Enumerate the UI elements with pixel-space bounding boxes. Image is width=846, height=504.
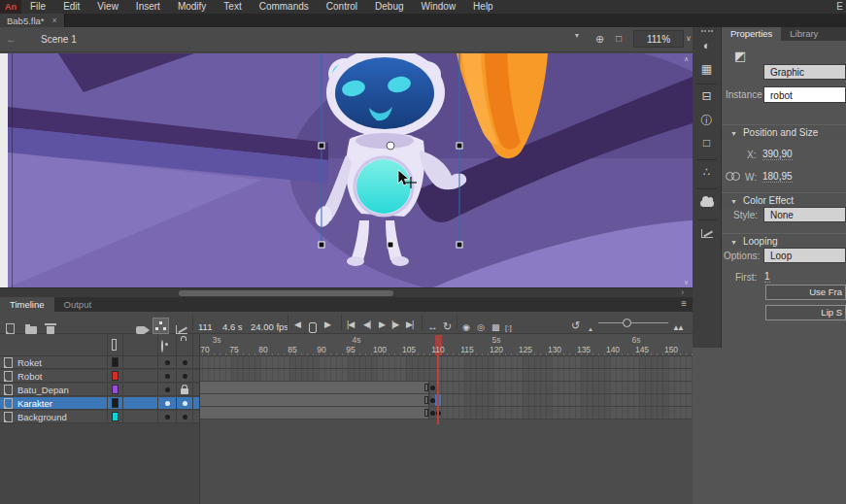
frame-view-slider-handle[interactable] [623,319,631,327]
menu-help[interactable]: Help [464,0,502,14]
keyframe-dot[interactable] [430,411,435,416]
motion-editor-panel-icon[interactable] [693,227,721,241]
frame-track-karakter[interactable] [200,394,693,407]
section-color-effect[interactable]: ▼Color Effect [722,192,846,208]
stage-canvas[interactable] [8,53,693,287]
transform-point-handle[interactable] [387,142,394,150]
frame-track-roket[interactable] [200,356,693,369]
panel-menu-icon[interactable]: ≡ [681,298,687,309]
tab-output[interactable]: Output [54,297,102,312]
layer-row-karakter[interactable]: Karakter [0,397,199,410]
x-value[interactable]: 390,90 [762,149,793,160]
link-width-height-icon[interactable] [726,172,739,180]
use-frame-picker-button[interactable]: Use Fra [765,285,846,300]
zoom-dropdown-caret-icon[interactable]: ∨ [686,34,692,43]
layer-visibility-toggle[interactable] [165,387,170,392]
stage-scroll-down-icon[interactable]: ∨ [684,279,689,286]
layer-lock-toggle[interactable] [183,415,187,420]
dock-grip-icon[interactable] [701,30,713,33]
layer-row-roket[interactable]: Roket [0,356,199,369]
layer-outline-color-swatch[interactable] [112,357,118,367]
step-back-button[interactable]: ◀ [294,314,300,335]
layer-row-robot[interactable]: Robot [0,370,199,383]
layer-visibility-toggle[interactable] [165,374,170,379]
next-frame-button[interactable]: |▶ [391,314,398,335]
tab-library[interactable]: Library [781,27,827,41]
show-parenting-view-button[interactable] [152,315,169,336]
frames-area[interactable]: 3s4s5s6s70758085909510010511011512012513… [199,334,693,504]
menu-window[interactable]: Window [413,0,465,14]
menu-edit[interactable]: Edit [54,0,88,14]
menu-debug[interactable]: Debug [366,0,412,14]
scrollbar-thumb[interactable] [179,290,393,296]
timeline-ruler[interactable]: 3s4s5s6s70758085909510010511011512012513… [200,334,693,356]
layer-visibility-toggle[interactable] [165,415,170,420]
layer-lock-toggle[interactable] [183,374,187,379]
menu-text[interactable]: Text [215,0,250,14]
layer-visibility-toggle[interactable] [165,401,170,406]
layer-outline-color-swatch[interactable] [112,412,118,421]
frame-span[interactable] [200,382,429,393]
span-end-marker[interactable] [424,409,428,417]
tab-properties[interactable]: Properties [722,27,781,41]
layer-lock-toggle[interactable] [181,388,188,394]
scroll-right-icon[interactable]: › [681,287,684,297]
color-panel-icon[interactable]: ◐ [693,39,721,52]
go-to-last-frame-button[interactable]: ▶| [406,314,413,335]
back-arrow-icon[interactable]: ← [6,33,17,45]
go-to-first-frame-button[interactable]: |◀ [347,314,354,335]
previous-frame-button[interactable]: ◀| [363,314,370,335]
menu-insert[interactable]: Insert [127,0,169,14]
stage-horizontal-scrollbar[interactable]: › [0,287,693,297]
style-dropdown[interactable]: None [763,207,846,222]
span-end-marker[interactable] [424,396,428,404]
frame-track-batu_depan[interactable] [200,382,693,394]
span-end-marker[interactable] [424,384,428,391]
stage-zoom-level[interactable]: 111% [633,30,684,48]
frame-track-background[interactable] [200,407,693,420]
brush-library-panel-icon[interactable]: ∴ [693,165,721,179]
loop-options-dropdown[interactable]: Loop [763,248,846,263]
stage-scroll-up-icon[interactable]: ∧ [684,55,689,63]
stage-pasteboard[interactable]: ∧ ∨ [0,53,693,287]
document-tab[interactable]: Bab5.fla* × [0,14,65,27]
info-panel-icon[interactable]: ⓘ [693,113,721,129]
playhead-line[interactable] [437,355,439,424]
layer-outline-color-swatch[interactable] [112,385,118,394]
step-forward-button[interactable]: ▶ [324,314,330,335]
center-stage-icon[interactable]: ⊕ [595,33,604,46]
w-value[interactable]: 180,95 [762,171,793,183]
menu-view[interactable]: View [88,0,127,14]
frame-tracks[interactable] [200,356,693,420]
document-close-icon[interactable]: × [52,16,57,25]
layer-visibility-toggle[interactable] [165,360,170,365]
section-position-and-size[interactable]: ▼Position and Size [722,124,846,140]
frame-span[interactable] [200,394,429,406]
menu-commands[interactable]: Commands [251,0,318,14]
menu-control[interactable]: Control [318,0,366,14]
frame-track-robot[interactable] [200,369,693,382]
align-panel-icon[interactable]: ⊟ [693,89,721,103]
layer-lock-toggle[interactable] [183,401,187,406]
tab-timeline[interactable]: Timeline [0,297,54,312]
keyframe-dot[interactable] [430,386,435,390]
layer-row-batu_depan[interactable]: Batu_Depan [0,384,199,396]
outline-color-column-icon[interactable] [112,339,117,351]
symbol-type-dropdown[interactable]: Graphic [763,64,846,80]
play-button[interactable]: ▶ [379,314,385,335]
frame-view-slider-track[interactable] [598,322,668,323]
workspace-switcher-button[interactable]: E [836,0,843,14]
show-hide-all-layers-icon[interactable] [161,341,163,352]
swatches-panel-icon[interactable]: ▦ [693,62,721,76]
menu-file[interactable]: File [21,0,54,14]
lip-syncing-button[interactable]: Lip S [765,305,846,320]
layer-outline-color-swatch[interactable] [112,398,118,408]
frame-span[interactable] [200,407,429,419]
first-frame-value[interactable]: 1 [764,271,770,283]
layer-lock-toggle[interactable] [183,360,187,365]
transform-panel-icon[interactable]: □ [693,136,721,150]
cc-libraries-panel-icon[interactable] [693,196,721,210]
instance-name-field[interactable]: robot [763,86,846,103]
menu-modify[interactable]: Modify [169,0,215,14]
layer-row-background[interactable]: Background [0,411,199,423]
